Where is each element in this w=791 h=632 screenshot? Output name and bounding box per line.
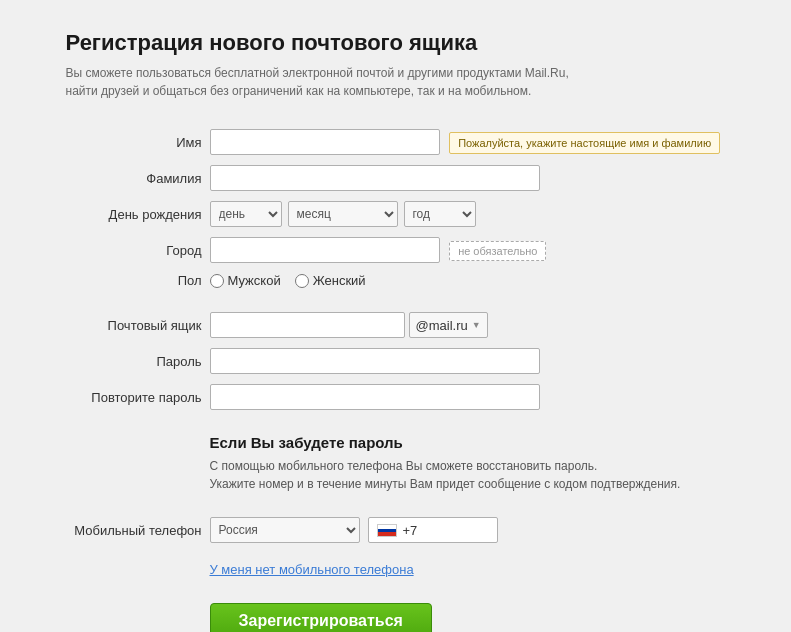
page-subtitle: Вы сможете пользоваться бесплатной элект… (66, 64, 726, 100)
name-label: Имя (66, 124, 206, 160)
mail-domain-text: @mail.ru (416, 318, 468, 333)
mail-domain-selector[interactable]: @mail.ru ▼ (409, 312, 488, 338)
phone-code-text: +7 (403, 523, 418, 538)
surname-label: Фамилия (66, 160, 206, 196)
birthday-label: День рождения (66, 196, 206, 232)
recovery-section-title: Если Вы забудете пароль (210, 434, 722, 451)
surname-input[interactable] (210, 165, 540, 191)
register-button[interactable]: Зарегистрироваться (210, 603, 432, 632)
recovery-section-subtitle: С помощью мобильного телефона Вы сможете… (210, 457, 722, 493)
page-title: Регистрация нового почтового ящика (66, 30, 726, 56)
mailbox-input[interactable] (210, 312, 405, 338)
gender-female-label: Женский (313, 273, 366, 288)
gender-male-option[interactable]: Мужской (210, 273, 281, 288)
year-select[interactable]: год (404, 201, 476, 227)
confirm-input[interactable] (210, 384, 540, 410)
gender-male-radio[interactable] (210, 274, 224, 288)
city-input[interactable] (210, 237, 440, 263)
gender-label: Пол (66, 268, 206, 293)
mailbox-label: Почтовый ящик (66, 307, 206, 343)
phone-label: Мобильный телефон (66, 512, 206, 548)
city-optional-hint: не обязательно (449, 241, 546, 261)
name-hint: Пожалуйста, укажите настоящие имя и фами… (449, 132, 720, 154)
gender-group: Мужской Женский (210, 273, 722, 288)
gender-female-option[interactable]: Женский (295, 273, 366, 288)
password-label: Пароль (66, 343, 206, 379)
russia-flag-icon (377, 524, 397, 537)
confirm-label: Повторите пароль (66, 379, 206, 415)
month-select[interactable]: месяц (288, 201, 398, 227)
phone-row: Россия Украина Беларусь Казахстан +7 (210, 517, 722, 543)
no-phone-link[interactable]: У меня нет мобильного телефона (210, 562, 414, 577)
mail-domain-arrow-icon: ▼ (472, 320, 481, 330)
gender-female-radio[interactable] (295, 274, 309, 288)
day-select[interactable]: день (210, 201, 282, 227)
gender-male-label: Мужской (228, 273, 281, 288)
city-label: Город (66, 232, 206, 268)
name-input[interactable] (210, 129, 440, 155)
password-input[interactable] (210, 348, 540, 374)
empty-label (66, 429, 206, 512)
phone-code-box: +7 (368, 517, 498, 543)
mailbox-row: @mail.ru ▼ (210, 312, 722, 338)
country-select[interactable]: Россия Украина Беларусь Казахстан (210, 517, 360, 543)
